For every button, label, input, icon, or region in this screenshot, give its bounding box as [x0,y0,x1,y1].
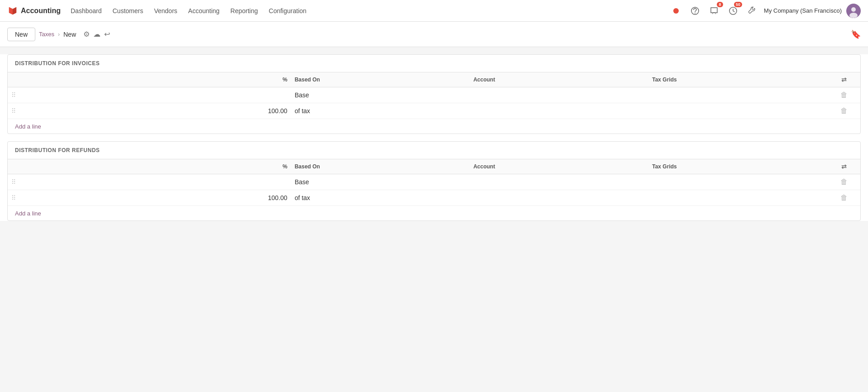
app-name: Accounting [21,7,61,15]
refunds-add-line-button[interactable]: Add a line [15,210,41,217]
app-logo[interactable]: Accounting [7,5,61,16]
percent-col-header-r: % [30,159,291,174]
column-settings-icon[interactable]: ⇄ [841,76,847,83]
chat-badge: 8 [717,2,723,7]
main-content: DISTRIBUTION FOR INVOICES % Based On Acc… [0,54,868,221]
drag-handle-icon[interactable]: ⠿ [11,178,16,186]
table-row: ⠿ 100.00 of tax 🗑 [8,190,860,206]
drag-handle-icon[interactable]: ⠿ [11,91,16,99]
basedon-col-header-r: Based On [291,159,470,174]
activity-icon[interactable]: 50 [726,4,740,18]
delete-cell: 🗑 [827,174,860,190]
table-row: ⠿ 100.00 of tax 🗑 [8,103,860,119]
tax-grids-cell [648,103,827,119]
delete-cell: 🗑 [827,87,860,103]
column-settings-icon-r[interactable]: ⇄ [841,163,847,170]
invoices-add-line-row: Add a line [8,119,860,134]
nav-accounting[interactable]: Accounting [184,5,224,16]
delete-row-icon[interactable]: 🗑 [840,91,848,99]
top-navigation: Accounting Dashboard Customers Vendors A… [0,0,868,22]
drag-handle-cell: ⠿ [8,174,30,190]
drag-col-header [8,72,30,87]
new-button[interactable]: New [7,28,35,41]
chat-icon[interactable]: 8 [707,4,721,18]
settings-wrench-icon[interactable] [745,4,759,18]
delete-row-icon[interactable]: 🗑 [840,194,848,201]
taxgrids-col-header: Tax Grids [648,72,827,87]
toolbar: New Taxes › New ⚙ ☁ ↩ 🔖 [0,22,868,47]
company-name[interactable]: My Company (San Francisco) [764,7,842,14]
activity-badge: 50 [734,2,742,7]
refunds-table: % Based On Account Tax Grids ⇄ ⠿ Base [8,159,860,220]
delete-cell: 🗑 [827,103,860,119]
drag-col-header-r [8,159,30,174]
toolbar-icons: ⚙ ☁ ↩ [83,30,110,38]
drag-handle-cell: ⠿ [8,103,30,119]
gear-icon[interactable]: ⚙ [83,30,90,38]
tax-grids-cell [648,174,827,190]
drag-handle-cell: ⠿ [8,87,30,103]
svg-point-5 [851,7,856,12]
account-cell [470,103,648,119]
tax-grids-cell [648,87,827,103]
account-cell [470,87,648,103]
bookmark-icon[interactable]: 🔖 [851,30,861,39]
invoices-add-line-button[interactable]: Add a line [15,123,41,130]
refunds-section-header: DISTRIBUTION FOR REFUNDS [8,142,860,159]
svg-point-0 [673,8,679,14]
nav-customers[interactable]: Customers [108,5,148,16]
settings-col-header-r: ⇄ [827,159,860,174]
table-row: ⠿ Base 🗑 [8,87,860,103]
account-cell [470,174,648,190]
delete-row-icon[interactable]: 🗑 [840,107,848,115]
percent-cell [30,174,291,190]
invoices-table: % Based On Account Tax Grids ⇄ ⠿ Base [8,72,860,134]
delete-row-icon[interactable]: 🗑 [840,178,848,186]
toolbar-right: 🔖 [851,29,861,39]
drag-handle-cell: ⠿ [8,190,30,206]
breadcrumb-separator: › [58,31,60,38]
refunds-add-line-row: Add a line [8,206,860,221]
delete-cell: 🗑 [827,190,860,206]
percent-cell: 100.00 [30,190,291,206]
cloud-icon[interactable]: ☁ [93,30,101,38]
settings-col-header: ⇄ [827,72,860,87]
based-on-cell: of tax [291,190,470,206]
nav-configuration[interactable]: Configuration [264,5,311,16]
support-icon[interactable] [688,4,702,18]
svg-point-2 [695,13,695,14]
based-on-cell: of tax [291,103,470,119]
page-title: New [63,31,76,38]
invoices-section-header: DISTRIBUTION FOR INVOICES [8,55,860,72]
nav-reporting[interactable]: Reporting [226,5,263,16]
invoices-table-header: % Based On Account Tax Grids ⇄ [8,72,860,87]
drag-handle-icon[interactable]: ⠿ [11,107,16,115]
refunds-table-header: % Based On Account Tax Grids ⇄ [8,159,860,174]
basedon-col-header: Based On [291,72,470,87]
nav-vendors[interactable]: Vendors [149,5,182,16]
percent-cell: 100.00 [30,103,291,119]
user-avatar[interactable] [846,4,861,18]
taxgrids-col-header-r: Tax Grids [648,159,827,174]
percent-col-header: % [30,72,291,87]
record-icon[interactable] [669,4,683,18]
refunds-section: DISTRIBUTION FOR REFUNDS % Based On Acco… [7,141,861,221]
percent-cell [30,87,291,103]
account-col-header-r: Account [470,159,648,174]
svg-point-6 [849,13,858,18]
breadcrumb[interactable]: Taxes [39,31,54,38]
nav-dashboard[interactable]: Dashboard [66,5,106,16]
discard-icon[interactable]: ↩ [104,30,110,38]
account-col-header: Account [470,72,648,87]
tax-grids-cell [648,190,827,206]
invoices-section: DISTRIBUTION FOR INVOICES % Based On Acc… [7,54,861,134]
account-cell [470,190,648,206]
based-on-cell: Base [291,174,470,190]
based-on-cell: Base [291,87,470,103]
drag-handle-icon[interactable]: ⠿ [11,194,16,201]
table-row: ⠿ Base 🗑 [8,174,860,190]
